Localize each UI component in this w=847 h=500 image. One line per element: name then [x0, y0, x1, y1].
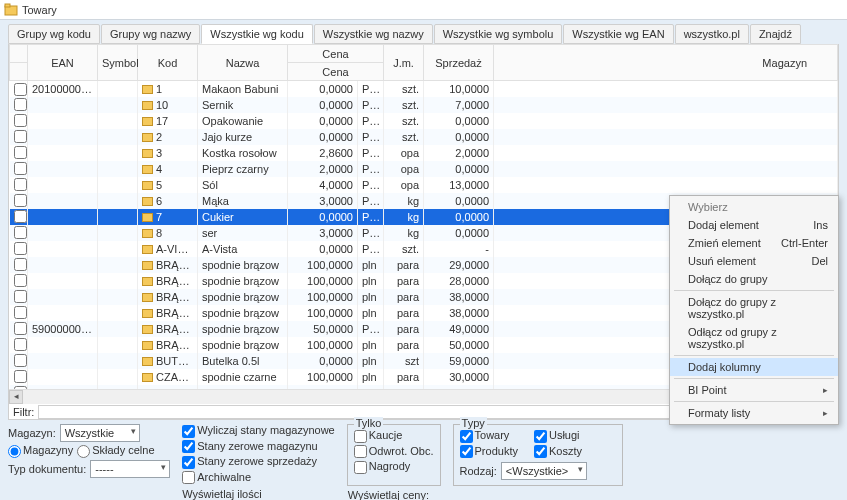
chk-koszty[interactable]: Koszty — [534, 445, 582, 459]
table-row[interactable]: 10Sernik0,0000PLNszt.7,0000 — [10, 97, 838, 113]
folder-icon — [142, 197, 153, 206]
legend-tylko: Tylko — [354, 417, 384, 429]
radio-sklady[interactable]: Składy celne — [77, 444, 154, 458]
legend-typy: Typy — [460, 417, 487, 429]
ctx-zmien-element[interactable]: Zmień elementCtrl-Enter — [670, 234, 838, 252]
row-checkbox[interactable] — [14, 322, 27, 335]
row-checkbox[interactable] — [14, 242, 27, 255]
folder-icon — [142, 229, 153, 238]
col-jm[interactable]: J.m. — [384, 45, 424, 81]
row-checkbox[interactable] — [14, 114, 27, 127]
row-checkbox[interactable] — [14, 83, 27, 96]
folder-icon — [142, 293, 153, 302]
typdok-combo[interactable]: ----- — [90, 460, 170, 478]
col-symbol[interactable]: Symbol — [98, 45, 138, 81]
chk-stanyzerm[interactable]: Stany zerowe magazynu — [182, 440, 334, 454]
rodzaj-combo[interactable]: <Wszystkie> — [501, 462, 587, 480]
folder-icon — [142, 325, 153, 334]
col-ean[interactable]: EAN — [28, 45, 98, 81]
table-row[interactable]: 17Opakowanie0,0000PLNszt.0,0000 — [10, 113, 838, 129]
folder-icon — [142, 277, 153, 286]
group-tylko: Tylko Kaucje Odwrot. Obc. Nagrody Wyświe… — [347, 424, 441, 486]
ctx-dolacz-wszystko[interactable]: Dołącz do grupy z wszystko.pl — [670, 293, 838, 323]
table-row[interactable]: 20100000001Makaon Babuni0,0000PLNszt.10,… — [10, 81, 838, 97]
tabstrip: Grupy wg koduGrupy wg nazwyWszystkie wg … — [0, 20, 847, 44]
chk-towary[interactable]: Towary — [460, 429, 518, 443]
chk-produkty[interactable]: Produkty — [460, 445, 518, 459]
col-cena-sub[interactable]: Cena — [288, 63, 384, 81]
table-row[interactable]: 4Pieprz czarny2,0000PLNopa0,0000 — [10, 161, 838, 177]
tab-1[interactable]: Grupy wg nazwy — [101, 24, 200, 44]
rodzaj-label: Rodzaj: — [460, 465, 497, 477]
wyswietlaj-ceny-label: Wyświetlaj ceny: — [348, 489, 429, 500]
folder-icon — [142, 133, 153, 142]
chk-nagrody[interactable]: Nagrody — [354, 460, 434, 474]
row-checkbox[interactable] — [14, 370, 27, 383]
group-typy: Typy Towary Produkty Usługi Koszty Rodza… — [453, 424, 623, 486]
row-checkbox[interactable] — [14, 274, 27, 287]
magazyn-label: Magazyn: — [8, 427, 56, 439]
col-sprzedaz[interactable]: Sprzedaż — [424, 45, 494, 81]
folder-icon — [142, 341, 153, 350]
window-title: Towary — [22, 4, 57, 16]
folder-icon — [142, 357, 153, 366]
ctx-separator — [674, 378, 834, 379]
ctx-separator — [674, 401, 834, 402]
row-checkbox[interactable] — [14, 226, 27, 239]
row-checkbox[interactable] — [14, 162, 27, 175]
row-checkbox[interactable] — [14, 130, 27, 143]
row-checkbox[interactable] — [14, 306, 27, 319]
folder-icon — [142, 261, 153, 270]
col-cena-top[interactable]: Cena — [288, 45, 384, 63]
folder-icon — [142, 101, 153, 110]
row-checkbox[interactable] — [14, 290, 27, 303]
col-nazwa[interactable]: Nazwa — [198, 45, 288, 81]
ctx-separator — [674, 290, 834, 291]
ctx-usun-element[interactable]: Usuń elementDel — [670, 252, 838, 270]
tab-5[interactable]: Wszystkie wg EAN — [563, 24, 673, 44]
row-checkbox[interactable] — [14, 146, 27, 159]
col-magazyn[interactable]: Magazyn — [494, 45, 838, 81]
folder-icon — [142, 309, 153, 318]
tab-3[interactable]: Wszystkie wg nazwy — [314, 24, 433, 44]
chk-archiwalne[interactable]: Archiwalne — [182, 471, 334, 485]
ctx-dodaj-element[interactable]: Dodaj elementIns — [670, 216, 838, 234]
row-checkbox[interactable] — [14, 98, 27, 111]
chk-kaucje[interactable]: Kaucje — [354, 429, 434, 443]
chk-odwrot[interactable]: Odwrot. Obc. — [354, 445, 434, 459]
chk-wyliczaj[interactable]: Wyliczaj stany magazynowe — [182, 424, 334, 438]
folder-icon — [142, 213, 153, 222]
typdok-label: Typ dokumentu: — [8, 463, 86, 475]
table-row[interactable]: 2Jajo kurze0,0000PLNszt.0,0000 — [10, 129, 838, 145]
bottom-panel: Magazyn: Wszystkie Magazyny Składy celne… — [0, 420, 847, 490]
row-checkbox[interactable] — [14, 258, 27, 271]
row-checkbox[interactable] — [14, 178, 27, 191]
col-kod[interactable]: Kod — [138, 45, 198, 81]
folder-icon — [142, 149, 153, 158]
ctx-formaty-listy[interactable]: Formaty listy — [670, 404, 838, 422]
filter-label: Filtr: — [13, 406, 34, 418]
tab-4[interactable]: Wszystkie wg symbolu — [434, 24, 563, 44]
ctx-bi-point[interactable]: BI Point — [670, 381, 838, 399]
ctx-odlacz-wszystko[interactable]: Odłącz od grupy z wszystko.pl — [670, 323, 838, 353]
tab-6[interactable]: wszystko.pl — [675, 24, 749, 44]
row-checkbox[interactable] — [14, 338, 27, 351]
table-row[interactable]: 5Sól4,0000PLNopa13,0000 — [10, 177, 838, 193]
magazyn-combo[interactable]: Wszystkie — [60, 424, 140, 442]
scroll-left-icon[interactable]: ◂ — [9, 390, 23, 404]
tab-2[interactable]: Wszystkie wg kodu — [201, 24, 313, 44]
chk-uslugi[interactable]: Usługi — [534, 429, 582, 443]
radio-magazyny[interactable]: Magazyny — [8, 444, 73, 458]
row-checkbox[interactable] — [14, 194, 27, 207]
tab-0[interactable]: Grupy wg kodu — [8, 24, 100, 44]
row-checkbox[interactable] — [14, 354, 27, 367]
ctx-dolacz-do-grupy[interactable]: Dołącz do grupy — [670, 270, 838, 288]
titlebar: Towary — [0, 0, 847, 20]
folder-icon — [142, 373, 153, 382]
wyswietlaj-ilosci-label: Wyświetlaj ilości — [182, 488, 334, 500]
row-checkbox[interactable] — [14, 210, 27, 223]
table-row[interactable]: 3Kostka rosołow2,8600PLNopa2,0000 — [10, 145, 838, 161]
chk-stanyzers[interactable]: Stany zerowe sprzedaży — [182, 455, 334, 469]
ctx-dodaj-kolumny[interactable]: Dodaj kolumny — [670, 358, 838, 376]
tab-7[interactable]: Znajdź — [750, 24, 801, 44]
